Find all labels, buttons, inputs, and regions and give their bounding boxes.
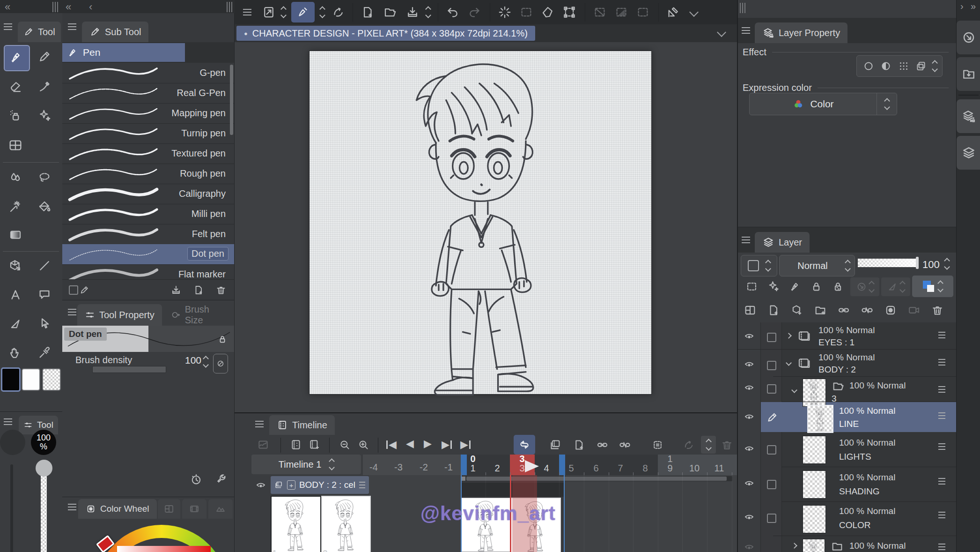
layer-thumbnail[interactable] bbox=[803, 505, 826, 533]
kneaded-eraser-icon[interactable] bbox=[541, 5, 555, 19]
prev-frame-button[interactable]: ◀ bbox=[406, 438, 414, 450]
layer-checkbox[interactable] bbox=[767, 445, 776, 455]
layer-row-menu-icon[interactable] bbox=[938, 443, 945, 450]
layer-thumbnail[interactable] bbox=[803, 470, 826, 499]
eye-icon[interactable] bbox=[744, 411, 755, 423]
sub-color-swatch[interactable] bbox=[22, 368, 40, 391]
tool-panel-menu-icon[interactable] bbox=[4, 23, 12, 30]
marker-pen-icon[interactable] bbox=[37, 50, 52, 64]
vector-select-icon[interactable] bbox=[666, 5, 680, 19]
delete-subtool-icon[interactable] bbox=[215, 284, 227, 296]
duplicate-subtool-icon[interactable] bbox=[193, 284, 204, 296]
layer-row-menu-icon[interactable] bbox=[938, 544, 945, 550]
redo-icon[interactable] bbox=[467, 5, 481, 19]
density-dynamics-button[interactable] bbox=[213, 354, 228, 373]
reference-layer-group[interactable] bbox=[850, 277, 879, 296]
onion-skin-icon[interactable] bbox=[682, 439, 695, 451]
tool-stepper[interactable] bbox=[320, 7, 324, 17]
zoom-in-icon[interactable] bbox=[357, 439, 369, 451]
history-timer-icon[interactable] bbox=[190, 473, 203, 486]
operation-select-icon[interactable] bbox=[37, 317, 52, 331]
layer-color-group[interactable] bbox=[912, 276, 953, 297]
balloon-tool-icon[interactable] bbox=[37, 288, 52, 302]
tab-color-set[interactable] bbox=[158, 499, 180, 519]
new-cel-icon[interactable] bbox=[573, 439, 585, 451]
list-item[interactable]: Textured pen bbox=[62, 143, 234, 164]
blend-drops-icon[interactable] bbox=[8, 171, 22, 185]
rotate-flip-canvas-icon[interactable] bbox=[262, 5, 276, 19]
expand-chevron-right[interactable] bbox=[786, 333, 792, 339]
list-item[interactable]: Milli pen bbox=[62, 204, 234, 224]
track-header[interactable]: + BODY : 2 : cel bbox=[271, 476, 369, 494]
layer-opacity-stepper[interactable] bbox=[945, 259, 949, 269]
select-rect-icon[interactable] bbox=[636, 5, 650, 19]
eyedropper-icon[interactable] bbox=[37, 346, 52, 360]
show-all-checkbox[interactable] bbox=[69, 285, 78, 295]
select-line-icon[interactable] bbox=[593, 5, 607, 19]
tab-timeline[interactable]: Timeline bbox=[269, 415, 335, 435]
deselect-icon[interactable] bbox=[519, 5, 533, 19]
new-animation-folder-icon[interactable] bbox=[549, 439, 562, 451]
new-raster-layer-icon[interactable] bbox=[767, 304, 780, 317]
unlink-cels-icon[interactable] bbox=[619, 439, 631, 451]
transparent-color-swatch[interactable] bbox=[42, 368, 61, 391]
list-item[interactable]: Turnip pen bbox=[62, 123, 234, 144]
undo-icon[interactable] bbox=[446, 5, 460, 19]
rail-tab-layer-property[interactable] bbox=[957, 99, 980, 133]
delete-layer-icon[interactable] bbox=[931, 304, 944, 317]
expression-color-dropdown[interactable]: Color bbox=[749, 93, 897, 115]
opacity-slider-track[interactable] bbox=[41, 468, 47, 552]
list-item[interactable]: Felt pen bbox=[62, 224, 234, 245]
link-cels-icon[interactable] bbox=[596, 439, 609, 451]
eye-icon[interactable] bbox=[744, 331, 755, 342]
tab-intermediate-color[interactable] bbox=[182, 499, 206, 519]
graph-editor-icon[interactable] bbox=[257, 439, 269, 451]
panel-drag-handle[interactable] bbox=[52, 2, 59, 12]
eye-icon[interactable] bbox=[744, 542, 755, 552]
list-item[interactable]: Real G-Pen bbox=[62, 83, 234, 104]
import-subtool-icon[interactable] bbox=[170, 284, 182, 296]
document-tab[interactable]: ● CHARACTER DESIGN - PIXEL ART* (384 x 3… bbox=[236, 26, 535, 41]
layer-checkbox[interactable] bbox=[767, 480, 776, 489]
select-shrink-icon[interactable] bbox=[614, 5, 628, 19]
list-item[interactable]: G-pen bbox=[62, 63, 234, 83]
track-visibility-eye-icon[interactable] bbox=[255, 480, 266, 491]
ruler-layer-group[interactable] bbox=[881, 277, 910, 296]
subtool-menu-icon[interactable] bbox=[68, 23, 76, 30]
layer-row-menu-icon[interactable] bbox=[938, 332, 945, 338]
opacity-slider-knob[interactable] bbox=[36, 460, 52, 477]
add-timeline-icon[interactable] bbox=[309, 439, 321, 451]
unlock-icon[interactable] bbox=[217, 334, 228, 344]
line-tool-icon[interactable] bbox=[37, 259, 52, 273]
next-frame-button[interactable]: ▶ bbox=[442, 438, 452, 452]
lightstable-icon[interactable] bbox=[767, 280, 780, 293]
rail-tab-layers[interactable] bbox=[957, 136, 980, 170]
tone-effect-icon[interactable] bbox=[880, 60, 892, 72]
convert-cel-icon[interactable] bbox=[651, 439, 664, 451]
transform-frame-icon[interactable] bbox=[562, 5, 576, 19]
timeline-track-area[interactable]: @kevinfm_art bbox=[369, 475, 737, 552]
list-item[interactable]: Mapping pen bbox=[62, 103, 234, 124]
layer-thumbnail[interactable] bbox=[803, 436, 826, 464]
back-icon[interactable]: ‹ bbox=[89, 1, 92, 13]
layer-row-menu-icon[interactable] bbox=[938, 359, 945, 366]
save-icon[interactable] bbox=[405, 5, 420, 19]
main-color-swatch[interactable] bbox=[1, 367, 21, 392]
collapse-tool-panel-icon[interactable]: « bbox=[5, 1, 10, 13]
list-item[interactable]: Calligraphy bbox=[62, 184, 234, 204]
hand-tool-icon[interactable] bbox=[8, 346, 22, 360]
delete-cel-icon[interactable] bbox=[721, 439, 733, 451]
panel-drag-handle[interactable] bbox=[740, 3, 746, 13]
lock-layer-icon[interactable] bbox=[810, 280, 823, 293]
timeline-ruler[interactable]: -4 -3 -2 -1 0 3 1 1 2 3 4 5 6 7 bbox=[363, 455, 737, 475]
tab-subtool[interactable]: Sub Tool bbox=[82, 22, 148, 42]
layer-checkbox[interactable] bbox=[767, 514, 776, 523]
layer-checkbox[interactable] bbox=[767, 361, 776, 370]
layer-list-view-icon[interactable] bbox=[744, 304, 757, 317]
layer-row-menu-icon[interactable] bbox=[938, 412, 945, 419]
layer-checkbox[interactable] bbox=[767, 333, 776, 342]
collapse-subtool-panel-icon[interactable]: « bbox=[66, 1, 71, 13]
spiral-filter-icon[interactable] bbox=[331, 5, 345, 19]
layer-thumbnail[interactable] bbox=[803, 379, 826, 407]
expand-chevron-down[interactable] bbox=[791, 387, 797, 393]
